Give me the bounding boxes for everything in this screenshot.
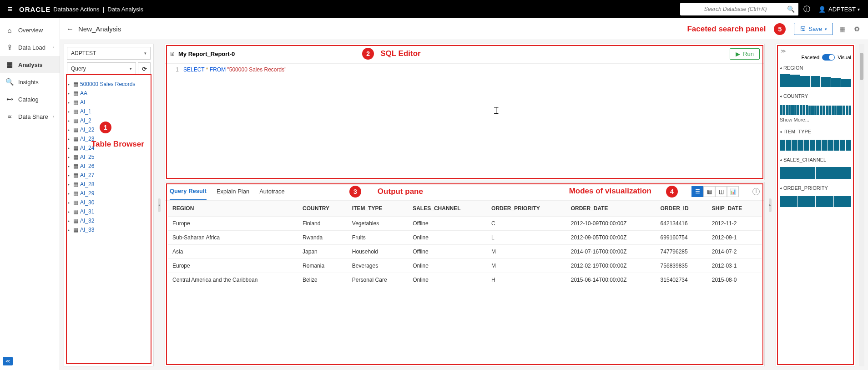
splitter-left[interactable]: ◂ — [157, 44, 161, 366]
nav-item-data-share[interactable]: ∝Data Share› — [0, 108, 60, 125]
link-view-button[interactable]: ▦ — [838, 23, 848, 35]
table-node[interactable]: ▸▦AI_27 — [67, 171, 152, 180]
facet-header[interactable]: ◂ITEM_TYPE — [780, 129, 851, 134]
table-row[interactable]: EuropeRomaniaBeveragesOnlineM2012-02-19T… — [168, 259, 762, 273]
facet-bar[interactable] — [780, 167, 815, 179]
facet-bar[interactable] — [791, 105, 793, 115]
facet-bar[interactable] — [846, 140, 851, 151]
save-button[interactable]: 🖫 Save ▾ — [794, 23, 833, 35]
table-node[interactable]: ▸▦AI_32 — [67, 216, 152, 225]
table-node[interactable]: ▸▦AI — [67, 98, 152, 107]
column-header[interactable]: ITEM_TYPE — [348, 201, 408, 217]
expand-icon[interactable]: ▸ — [68, 201, 71, 205]
facet-bar[interactable] — [798, 140, 803, 151]
table-link[interactable]: AI_2 — [80, 117, 91, 124]
run-button[interactable]: ▶ Run — [730, 48, 760, 60]
expand-icon[interactable]: ▸ — [68, 110, 71, 114]
table-link[interactable]: AI — [80, 99, 85, 106]
facet-bar[interactable] — [816, 196, 833, 207]
code-editor[interactable]: 1 SELECT * FROM "500000 Sales Records" 𝙸 — [165, 64, 764, 180]
facet-bar[interactable] — [817, 106, 819, 115]
facet-bar[interactable] — [823, 106, 825, 115]
facet-bar[interactable] — [811, 76, 821, 87]
expand-icon[interactable]: ▸ — [68, 155, 71, 159]
table-node[interactable]: ▸▦500000 Sales Records — [67, 80, 152, 89]
settings-button[interactable]: ⚙ — [852, 23, 862, 35]
column-header[interactable]: ORDER_DATE — [566, 201, 656, 217]
table-row[interactable]: Central America and the CaribbeanBelizeP… — [168, 273, 762, 287]
facet-bar[interactable] — [788, 105, 791, 115]
refresh-button[interactable]: ⟳ — [138, 62, 151, 75]
facet-bar[interactable] — [828, 106, 831, 115]
facet-header[interactable]: ◂SALES_CHANNEL — [780, 157, 851, 162]
facet-bar[interactable] — [811, 106, 813, 115]
column-header[interactable]: SALES_CHANNEL — [408, 201, 487, 217]
table-node[interactable]: ▸▦AI_25 — [67, 152, 152, 162]
facet-bar[interactable] — [780, 140, 785, 151]
column-header[interactable]: REGION — [168, 201, 298, 217]
viz-chart-button[interactable]: 📊 — [727, 186, 739, 197]
table-row[interactable]: Sub-Saharan AfricaRwandaFruitsOnlineL201… — [168, 231, 762, 245]
expand-icon[interactable]: ▸ — [68, 182, 71, 187]
viz-pivot-button[interactable]: ◫ — [715, 186, 727, 197]
nav-item-analysis[interactable]: ▦Analysis — [0, 56, 60, 73]
expand-icon[interactable]: ▸ — [68, 119, 71, 123]
facet-bar[interactable] — [810, 140, 815, 151]
table-node[interactable]: ▸▦AI_1 — [67, 107, 152, 116]
viz-list-button[interactable]: ☰ — [691, 186, 703, 197]
facet-bar[interactable] — [806, 105, 808, 115]
table-link[interactable]: AI_32 — [80, 218, 94, 224]
table-node[interactable]: ▸▦AA — [67, 89, 152, 98]
search-input[interactable] — [684, 6, 787, 12]
facet-bar[interactable] — [826, 106, 828, 115]
facet-bar[interactable] — [816, 140, 821, 151]
table-link[interactable]: AA — [80, 90, 87, 96]
nav-item-overview[interactable]: ⌂Overview — [0, 22, 60, 39]
facet-bar[interactable] — [821, 77, 831, 87]
facet-bar[interactable] — [840, 140, 845, 151]
facet-bar[interactable] — [780, 105, 782, 115]
facet-bar[interactable] — [834, 140, 839, 151]
global-search[interactable]: 🔍 — [680, 3, 798, 15]
table-node[interactable]: ▸▦AI_33 — [67, 225, 152, 234]
column-header[interactable]: SHIP_DATE — [707, 201, 762, 217]
facet-bar[interactable] — [814, 106, 817, 115]
back-button[interactable]: ← — [66, 25, 74, 33]
facet-bar[interactable] — [798, 196, 816, 207]
expand-icon[interactable]: ▸ — [68, 210, 71, 214]
table-node[interactable]: ▸▦AI_26 — [67, 162, 152, 171]
nav-item-catalog[interactable]: ⊷Catalog — [0, 91, 60, 108]
facet-bar[interactable] — [808, 106, 811, 115]
column-header[interactable]: ORDER_PRIORITY — [487, 201, 566, 217]
faceted-visual-toggle[interactable] — [822, 54, 835, 61]
facet-bar[interactable] — [792, 140, 797, 151]
facet-bar[interactable] — [797, 105, 799, 115]
main-scrollbar[interactable] — [859, 44, 864, 366]
table-link[interactable]: AI_29 — [80, 190, 94, 197]
table-link[interactable]: 500000 Sales Records — [80, 81, 135, 87]
facet-header[interactable]: ◂REGION — [780, 65, 851, 71]
facet-header[interactable]: ◂ORDER_PRIORITY — [780, 185, 851, 191]
tab-autotrace[interactable]: Autotrace — [259, 182, 285, 200]
tab-query-result[interactable]: Query Result — [170, 182, 207, 200]
facet-bar[interactable] — [816, 167, 851, 179]
table-node[interactable]: ▸▦AI_30 — [67, 198, 152, 207]
expand-icon[interactable]: ▸ — [68, 219, 71, 223]
facet-bar[interactable] — [831, 78, 841, 87]
expand-icon[interactable]: ▸ — [68, 228, 71, 232]
viz-table-button[interactable]: ▦ — [703, 186, 715, 197]
facet-bar[interactable] — [790, 75, 800, 87]
facet-bar[interactable] — [803, 105, 805, 115]
facet-bar[interactable] — [780, 196, 797, 207]
facet-bar[interactable] — [832, 106, 834, 115]
facet-bar[interactable] — [846, 106, 848, 115]
table-link[interactable]: AI_33 — [80, 227, 94, 233]
nav-item-insights[interactable]: 🔍Insights — [0, 73, 60, 91]
user-menu[interactable]: 👤 ADPTEST ▾ — [815, 6, 863, 13]
facet-bar[interactable] — [800, 105, 802, 115]
show-more-link[interactable]: Show More... — [780, 117, 851, 122]
help-icon[interactable]: ⓘ — [798, 5, 815, 14]
facet-bar[interactable] — [828, 140, 833, 151]
facet-bar[interactable] — [780, 74, 790, 87]
table-node[interactable]: ▸▦AI_29 — [67, 189, 152, 198]
